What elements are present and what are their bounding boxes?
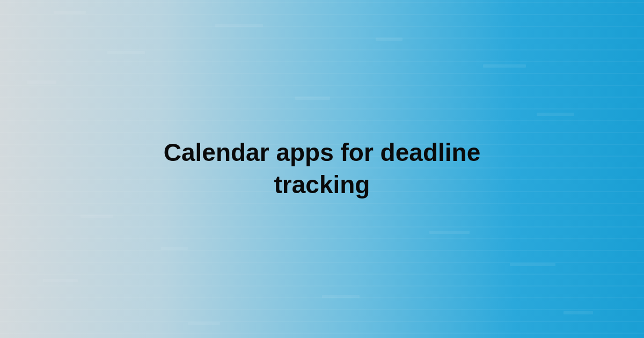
- page-title: Calendar apps for deadline tracking: [161, 137, 483, 201]
- content-container: Calendar apps for deadline tracking: [0, 0, 644, 338]
